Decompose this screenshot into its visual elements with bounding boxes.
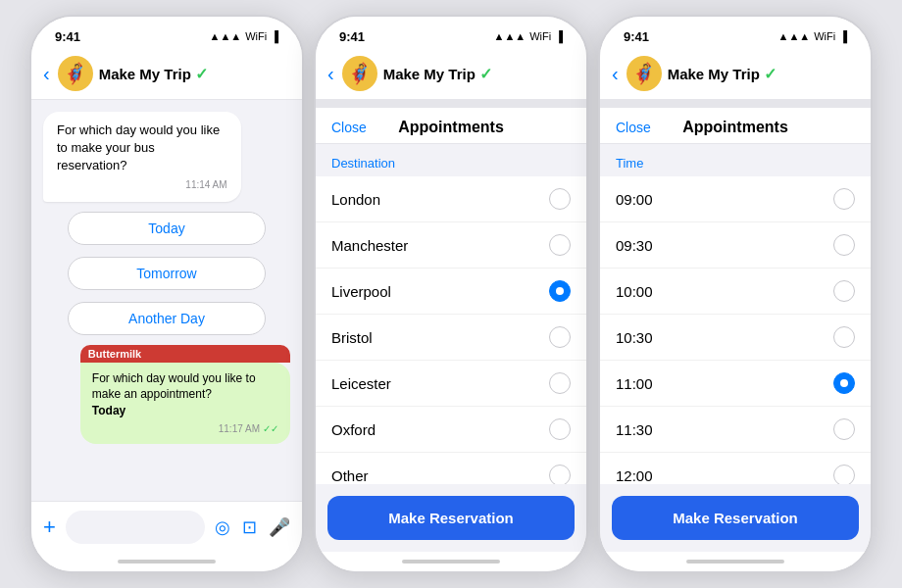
camera-icon-1[interactable]: ⊡: [242, 516, 257, 538]
time-1030[interactable]: 10:30: [600, 315, 871, 361]
signal-icon-3: ▲▲▲: [778, 30, 811, 42]
read-tick-icon: ✓✓: [263, 422, 278, 436]
back-button-2[interactable]: ‹: [327, 63, 334, 85]
back-button-3[interactable]: ‹: [612, 63, 619, 85]
wifi-icon-3: WiFi: [814, 30, 835, 42]
sheet-header-3: Close Appointments: [600, 108, 871, 144]
radio-liverpool[interactable]: [549, 280, 571, 302]
signal-icon: ▲▲▲: [210, 30, 242, 42]
wifi-icon: WiFi: [245, 30, 267, 42]
battery-icon-3: ▐: [839, 30, 847, 42]
nav-title-1: Make My Trip ✓: [99, 65, 290, 83]
radio-0900[interactable]: [833, 188, 855, 210]
status-bar-3: 9:41 ▲▲▲ WiFi ▐: [600, 17, 871, 52]
radio-1200[interactable]: [833, 465, 855, 484]
radio-1030[interactable]: [833, 326, 855, 348]
radio-manchester[interactable]: [549, 234, 571, 256]
sheet-handle-2: [316, 100, 586, 108]
time-1000[interactable]: 10:00: [600, 269, 871, 315]
chat-time-1: 11:14 AM: [57, 178, 227, 192]
sheet-title-3: Appointments: [682, 119, 788, 136]
phone-3: 9:41 ▲▲▲ WiFi ▐ ‹ 🦸 Make My Trip ✓ Close…: [598, 15, 873, 573]
status-icons-2: ▲▲▲ WiFi ▐: [494, 30, 563, 42]
section-label-destination: Destination: [316, 144, 586, 176]
add-attachment-button-1[interactable]: +: [43, 514, 56, 540]
nav-title-3: Make My Trip ✓: [668, 65, 859, 83]
section-label-time: Time: [600, 144, 871, 176]
close-button-3[interactable]: Close: [616, 120, 651, 135]
radio-bristol[interactable]: [549, 326, 571, 348]
time-1100[interactable]: 11:00: [600, 361, 871, 407]
status-bar-2: 9:41 ▲▲▲ WiFi ▐: [316, 17, 586, 52]
choice-another-day[interactable]: Another Day: [68, 302, 266, 335]
status-bar-1: 9:41 ▲▲▲ WiFi ▐: [31, 17, 302, 52]
status-icons-3: ▲▲▲ WiFi ▐: [778, 30, 847, 42]
destination-liverpool[interactable]: Liverpool: [316, 269, 586, 315]
radio-1130[interactable]: [833, 418, 855, 440]
radio-london[interactable]: [549, 188, 571, 210]
verified-check-icon-2: ✓: [479, 65, 492, 83]
radio-oxford[interactable]: [549, 418, 571, 440]
choice-today[interactable]: Today: [68, 212, 266, 245]
status-icons-1: ▲▲▲ WiFi ▐: [210, 30, 278, 42]
phone-1: 9:41 ▲▲▲ WiFi ▐ ‹ 🦸 Make My Trip ✓ For w…: [29, 15, 304, 573]
time-list: 09:00 09:30 10:00 10:30 11:00: [600, 176, 871, 484]
avatar-2: 🦸: [342, 56, 377, 91]
destination-sheet: Close Appointments Destination London Ma…: [316, 100, 586, 552]
message-input-1[interactable]: [66, 511, 205, 544]
radio-1000[interactable]: [833, 280, 855, 302]
time-1200[interactable]: 12:00: [600, 453, 871, 484]
home-indicator-3: [600, 552, 871, 571]
bottom-bar-1: + ◎ ⊡ 🎤: [31, 501, 302, 552]
phones-container: 9:41 ▲▲▲ WiFi ▐ ‹ 🦸 Make My Trip ✓ For w…: [0, 0, 902, 588]
wifi-icon-2: WiFi: [529, 30, 551, 42]
bot-reply-wrapper: Buttermilk For which day would you like …: [80, 345, 290, 444]
time-sheet: Close Appointments Time 09:00 09:30 10:0…: [600, 100, 871, 552]
avatar-1: 🦸: [58, 56, 93, 91]
destination-oxford[interactable]: Oxford: [316, 407, 586, 453]
verified-check-icon-3: ✓: [764, 65, 777, 83]
radio-0930[interactable]: [833, 234, 855, 256]
bot-name: Buttermilk: [80, 345, 290, 363]
status-time-1: 9:41: [55, 29, 80, 44]
destination-bristol[interactable]: Bristol: [316, 315, 586, 361]
destination-other[interactable]: Other: [316, 453, 586, 484]
back-button-1[interactable]: ‹: [43, 63, 50, 85]
sheet-header-2: Close Appointments: [316, 108, 586, 144]
bot-reply-bubble: For which day would you like to make an …: [80, 363, 290, 444]
radio-other-dest[interactable]: [549, 465, 571, 484]
time-0900[interactable]: 09:00: [600, 176, 871, 222]
sticker-icon-1[interactable]: ◎: [215, 516, 230, 538]
destination-list: London Manchester Liverpool Bristol Leic…: [316, 176, 586, 484]
radio-1100[interactable]: [833, 372, 855, 394]
destination-leicester[interactable]: Leicester: [316, 361, 586, 407]
destination-manchester[interactable]: Manchester: [316, 222, 586, 269]
radio-leicester[interactable]: [549, 372, 571, 394]
nav-bar-2: ‹ 🦸 Make My Trip ✓: [316, 52, 586, 100]
sheet-title-2: Appointments: [398, 119, 504, 136]
nav-title-2: Make My Trip ✓: [383, 65, 575, 83]
choice-tomorrow[interactable]: Tomorrow: [68, 257, 266, 290]
make-reservation-button-2[interactable]: Make Reservation: [327, 496, 575, 540]
sheet-handle-3: [600, 100, 871, 108]
destination-london[interactable]: London: [316, 176, 586, 222]
time-1130[interactable]: 11:30: [600, 407, 871, 453]
verified-check-icon-1: ✓: [195, 65, 208, 83]
nav-bar-1: ‹ 🦸 Make My Trip ✓: [31, 52, 302, 100]
nav-bar-3: ‹ 🦸 Make My Trip ✓: [600, 52, 871, 100]
battery-icon-2: ▐: [555, 30, 563, 42]
home-indicator-1: [31, 552, 302, 571]
signal-icon-2: ▲▲▲: [494, 30, 526, 42]
time-0930[interactable]: 09:30: [600, 222, 871, 269]
chat-message-question: For which day would you like to make you…: [43, 112, 241, 202]
bottom-icons-1: ◎ ⊡ 🎤: [215, 516, 290, 538]
home-indicator-2: [316, 552, 586, 571]
battery-icon: ▐: [271, 30, 278, 42]
close-button-2[interactable]: Close: [331, 120, 367, 135]
phone-2: 9:41 ▲▲▲ WiFi ▐ ‹ 🦸 Make My Trip ✓ Close…: [314, 15, 588, 573]
status-time-3: 9:41: [624, 29, 649, 44]
mic-icon-1[interactable]: 🎤: [269, 516, 290, 538]
chat-area: For which day would you like to make you…: [31, 100, 302, 501]
avatar-3: 🦸: [626, 56, 662, 91]
make-reservation-button-3[interactable]: Make Reservation: [612, 496, 859, 540]
